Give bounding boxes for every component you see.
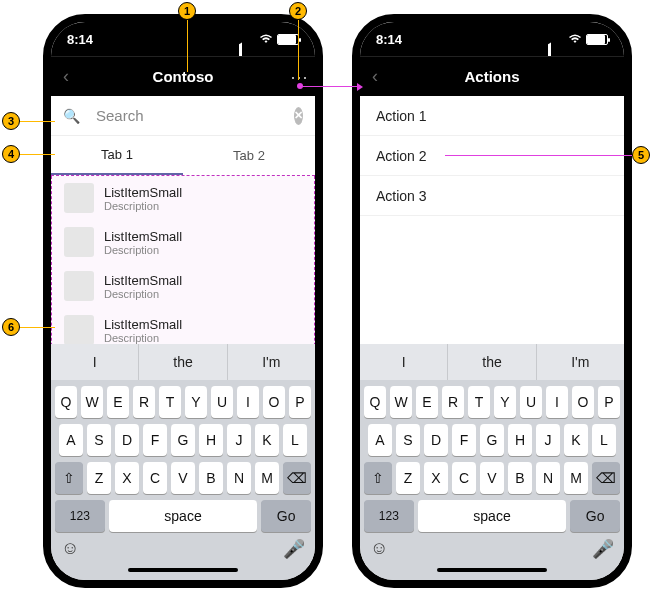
go-key[interactable]: Go [261,500,311,532]
key[interactable]: B [199,462,223,494]
key[interactable]: A [368,424,392,456]
key[interactable]: H [199,424,223,456]
key[interactable]: B [508,462,532,494]
key[interactable]: X [424,462,448,494]
emoji-key[interactable]: ☺ [61,538,79,560]
search-input[interactable] [96,107,286,124]
key[interactable]: L [283,424,307,456]
callout-2: 2 [289,2,307,20]
back-button[interactable]: ‹ [51,66,81,87]
shift-key[interactable]: ⇧ [364,462,392,494]
backspace-key[interactable]: ⌫ [283,462,311,494]
callout-4: 4 [2,145,20,163]
tab-2[interactable]: Tab 2 [183,136,315,175]
key[interactable]: I [546,386,568,418]
key[interactable]: U [520,386,542,418]
action-item[interactable]: Action 1 [360,96,624,136]
mic-key[interactable]: 🎤 [283,538,305,560]
action-item[interactable]: Action 2 [360,136,624,176]
key[interactable]: F [143,424,167,456]
space-key[interactable]: space [109,500,258,532]
key[interactable]: U [211,386,233,418]
list-area: ListItemSmall Description ListItemSmall … [51,176,315,366]
search-bar[interactable]: 🔍 ✕ [51,96,315,136]
key[interactable]: K [564,424,588,456]
key[interactable]: P [289,386,311,418]
clear-search-button[interactable]: ✕ [294,107,303,125]
key[interactable]: E [416,386,438,418]
action-list: Action 1 Action 2 Action 3 [360,96,624,216]
suggestion[interactable]: I [51,344,139,380]
numbers-key[interactable]: 123 [364,500,414,532]
key[interactable]: V [171,462,195,494]
key[interactable]: V [480,462,504,494]
mic-key[interactable]: 🎤 [592,538,614,560]
tab-1[interactable]: Tab 1 [51,136,183,175]
key[interactable]: G [480,424,504,456]
key-row: A S D F G H J K L [360,418,624,456]
key[interactable]: N [227,462,251,494]
key[interactable]: H [508,424,532,456]
key[interactable]: O [572,386,594,418]
key[interactable]: Z [396,462,420,494]
emoji-key[interactable]: ☺ [370,538,388,560]
go-key[interactable]: Go [570,500,620,532]
shift-key[interactable]: ⇧ [55,462,83,494]
key[interactable]: X [115,462,139,494]
key[interactable]: M [255,462,279,494]
space-key[interactable]: space [418,500,567,532]
key[interactable]: S [87,424,111,456]
key[interactable]: P [598,386,620,418]
action-item[interactable]: Action 3 [360,176,624,216]
home-indicator[interactable] [128,568,238,572]
phone-mockup-right: 8:14 ‹ Actions ⋯ Action 1 Action 2 Actio… [352,14,632,588]
key[interactable]: Z [87,462,111,494]
numbers-key[interactable]: 123 [55,500,105,532]
key[interactable]: E [107,386,129,418]
list-item[interactable]: ListItemSmall Description [52,176,314,220]
list-item[interactable]: ListItemSmall Description [52,220,314,264]
key[interactable]: J [227,424,251,456]
key[interactable]: K [255,424,279,456]
suggestion[interactable]: I'm [228,344,315,380]
key[interactable]: Q [55,386,77,418]
key[interactable]: T [159,386,181,418]
backspace-key[interactable]: ⌫ [592,462,620,494]
key[interactable]: D [115,424,139,456]
key[interactable]: G [171,424,195,456]
key[interactable]: O [263,386,285,418]
back-button[interactable]: ‹ [360,66,390,87]
key[interactable]: S [396,424,420,456]
list-item-title: ListItemSmall [104,229,182,244]
suggestion[interactable]: I [360,344,448,380]
keyboard: I the I'm Q W E R T Y U I O P A S D F G … [360,344,624,580]
suggestion[interactable]: the [139,344,227,380]
key[interactable]: Y [185,386,207,418]
battery-icon [586,34,608,45]
key[interactable]: R [442,386,464,418]
notch [427,22,557,46]
suggestion[interactable]: the [448,344,536,380]
connector-dot [297,83,303,89]
key[interactable]: T [468,386,490,418]
key[interactable]: F [452,424,476,456]
key[interactable]: W [81,386,103,418]
key[interactable]: D [424,424,448,456]
key[interactable]: R [133,386,155,418]
key[interactable]: I [237,386,259,418]
key[interactable]: C [143,462,167,494]
home-indicator[interactable] [437,568,547,572]
key-row: 123 space Go [51,494,315,532]
key[interactable]: A [59,424,83,456]
suggestion[interactable]: I'm [537,344,624,380]
key[interactable]: C [452,462,476,494]
title-bar: ‹ Contoso ⋯ [51,56,315,96]
key[interactable]: W [390,386,412,418]
key[interactable]: Y [494,386,516,418]
key[interactable]: M [564,462,588,494]
list-item[interactable]: ListItemSmall Description [52,264,314,308]
key[interactable]: Q [364,386,386,418]
key[interactable]: J [536,424,560,456]
key[interactable]: L [592,424,616,456]
key[interactable]: N [536,462,560,494]
